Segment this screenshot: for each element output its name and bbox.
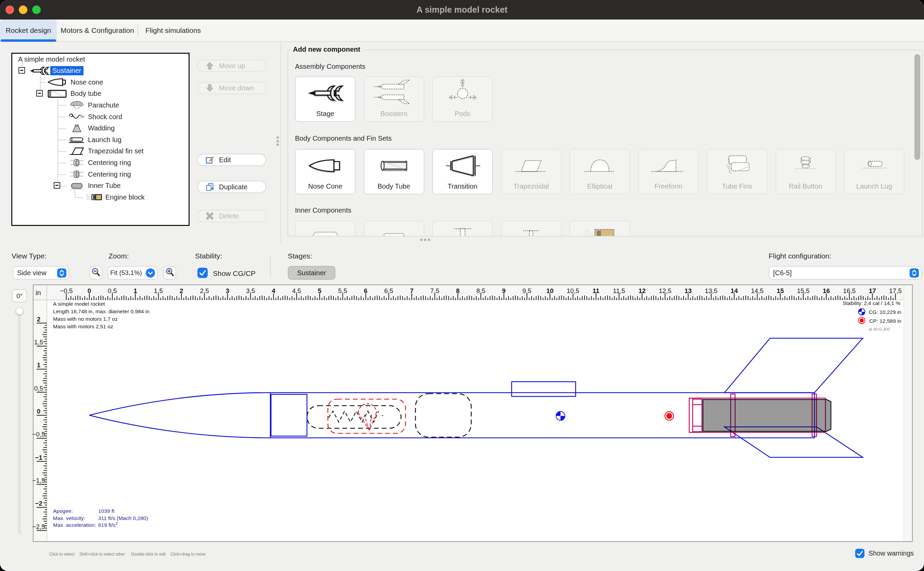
bodytube-big-icon — [365, 152, 424, 180]
tree-item-label: Centering ring — [86, 170, 133, 179]
engineblock-big-icon — [570, 223, 629, 236]
zoom-level-select[interactable]: Fit (53,1%) — [108, 266, 158, 280]
move-down-button[interactable]: Move down — [197, 82, 266, 94]
splitter-dot — [277, 136, 279, 139]
component-button-centering-big[interactable] — [432, 221, 493, 236]
tree-item-centering-ring[interactable]: Centering ring — [68, 168, 133, 180]
tree-item-launch-lug[interactable]: Launch lug — [68, 134, 123, 145]
component-button-body-tube[interactable]: Body Tube — [364, 149, 424, 194]
tree-item-centering-ring[interactable]: Centering ring — [68, 157, 133, 168]
splitter-dot — [420, 239, 423, 241]
rocket-canvas[interactable] — [33, 284, 913, 542]
check-icon — [855, 549, 864, 558]
arrow-down-icon — [205, 83, 214, 93]
component-button-launch-lug[interactable]: Launch Lug — [844, 149, 904, 194]
component-button-elliptical[interactable]: Elliptical — [570, 149, 630, 194]
tree-item-label: Engine block — [103, 193, 147, 202]
boosters-icon — [365, 79, 424, 107]
tree-item-label: Launch lug — [86, 135, 123, 145]
component-button-pods[interactable]: Pods — [432, 76, 493, 122]
flight-configuration-select[interactable]: [C6-5] — [768, 266, 922, 280]
tree-item-label: Centering ring — [86, 158, 133, 167]
centering-big-icon — [433, 223, 492, 236]
show-warnings-checkbox[interactable] — [855, 549, 864, 558]
view-type-select[interactable]: Side view — [13, 266, 69, 280]
chevron-down-icon — [146, 269, 155, 278]
tree-expand-handle[interactable] — [18, 67, 25, 74]
toolbar-separator — [270, 257, 271, 277]
tree-connector-line — [57, 99, 58, 186]
window-title: A simple model rocket — [0, 0, 924, 20]
tree-item-engine-block[interactable]: Engine block — [85, 191, 147, 203]
zoom-out-button[interactable] — [89, 266, 102, 280]
tree-item-parachute[interactable]: Parachute — [68, 99, 121, 111]
tree-item-shock-cord[interactable]: Shock cord — [68, 111, 124, 123]
rotation-slider-knob[interactable] — [16, 307, 23, 315]
component-button-boosters[interactable]: Boosters — [364, 76, 424, 122]
tree-item-body-tube[interactable]: Body tube — [47, 88, 103, 100]
coupler-icon — [365, 223, 424, 236]
tab-separator — [137, 25, 138, 36]
tree-item-nose-cone[interactable]: Nose cone — [47, 76, 105, 88]
component-button-bulkhead[interactable] — [501, 221, 562, 236]
component-button-label: Boosters — [365, 110, 424, 118]
tab-motors-configuration[interactable]: Motors & Configuration — [57, 20, 138, 41]
button-label: Delete — [219, 212, 239, 220]
combo-value: [C6-5] — [769, 269, 910, 277]
transition-icon — [433, 152, 492, 180]
component-button-label: Nose Cone — [296, 182, 355, 190]
nosecone-icon — [47, 77, 68, 87]
show-cgcp-checkbox[interactable] — [197, 268, 208, 278]
bulkhead-icon — [502, 223, 561, 236]
rotation-slider[interactable] — [18, 307, 20, 534]
component-button-rail-button[interactable]: Rail Button — [776, 149, 836, 194]
combo-value: Fit (53,1%) — [108, 269, 146, 276]
stages-label: Stages: — [288, 252, 312, 260]
splitter-dot — [424, 239, 427, 241]
tree-item-sustainer[interactable]: Sustainer — [29, 65, 83, 77]
edit-button[interactable]: Edit — [197, 154, 266, 166]
tab-flight-simulations[interactable]: Flight simulations — [138, 20, 208, 41]
component-button-coupler[interactable] — [364, 221, 424, 236]
tree-expand-handle[interactable] — [54, 182, 60, 188]
component-button-nose-cone[interactable]: Nose Cone — [295, 149, 356, 194]
duplicate-button[interactable]: Duplicate — [197, 181, 266, 193]
delete-button[interactable]: Delete — [197, 210, 266, 222]
railbutton-icon — [776, 152, 835, 180]
component-button-stage[interactable]: Stage — [295, 76, 356, 122]
nosecone-big-icon — [296, 152, 355, 180]
vertical-splitter[interactable] — [280, 42, 281, 244]
stage-toggle-sustainer[interactable]: Sustainer — [288, 266, 336, 280]
component-button-transition[interactable]: Transition — [432, 149, 493, 194]
tree-item-inner-tube[interactable]: Inner Tube — [68, 180, 123, 192]
move-up-button[interactable]: Move up — [197, 60, 266, 72]
tab-rocket-design[interactable]: Rocket design — [0, 20, 57, 41]
tree-connector-line — [75, 197, 83, 198]
component-button-label: Transition — [433, 182, 492, 190]
add-panel-scrollbar[interactable] — [915, 54, 920, 160]
titlebar: A simple model rocket — [0, 0, 924, 20]
component-button-engineblock-big[interactable] — [570, 221, 630, 236]
tree-item-label: Wadding — [86, 123, 117, 133]
component-button-label: Launch Lug — [845, 182, 904, 190]
component-button-label: Body Tube — [365, 182, 424, 190]
hint-text: Double-click to edit — [131, 552, 166, 557]
component-button-innertube-big[interactable] — [295, 221, 356, 236]
tree-expand-handle[interactable] — [36, 90, 43, 97]
component-button-label: Pods — [433, 110, 492, 118]
tree-item-label: Inner Tube — [86, 181, 123, 190]
innertube-icon — [68, 181, 86, 191]
tree-item-trapezoidal-fin-set[interactable]: Trapezoidal fin set — [68, 145, 146, 157]
component-button-label: Freeform — [639, 182, 698, 190]
tree-item-label: Body tube — [68, 89, 103, 98]
component-button-trapezoidal[interactable]: Trapezoidal — [501, 149, 562, 194]
check-icon — [197, 268, 208, 278]
component-button-freeform[interactable]: Freeform — [638, 149, 699, 194]
tab-label: Flight simulations — [145, 26, 201, 34]
tree-connector-line — [57, 174, 66, 175]
component-button-tube-fins[interactable]: Tube Fins — [707, 149, 767, 194]
zoom-in-button[interactable] — [163, 266, 176, 280]
tree-item-root[interactable]: A simple model rocket — [16, 53, 87, 65]
tree-item-wadding[interactable]: Wadding — [68, 123, 117, 134]
splitter-dot — [277, 140, 279, 142]
